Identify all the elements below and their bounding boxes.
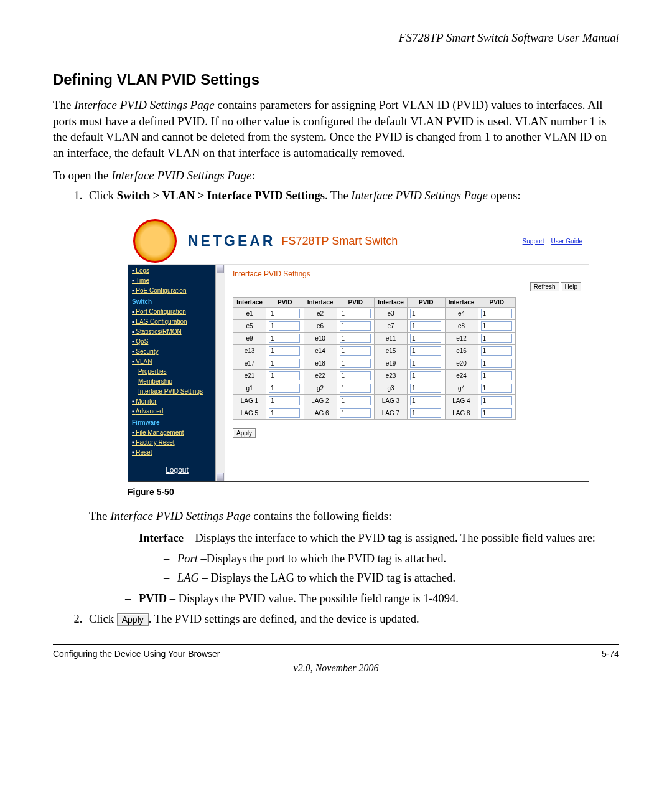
pvid-input[interactable]: [410, 408, 441, 418]
interface-cell: e5: [233, 320, 266, 333]
sidebar-item-properties[interactable]: Properties: [138, 367, 222, 377]
pvid-cell: [266, 345, 304, 357]
sidebar-item-stats[interactable]: Statistics/RMON: [132, 327, 222, 337]
pvid-input[interactable]: [269, 346, 300, 356]
pvid-input[interactable]: [269, 309, 300, 318]
field-interface: Interface – Displays the interface to wh…: [125, 531, 619, 586]
pvid-input[interactable]: [340, 346, 371, 356]
col-interface: Interface: [304, 298, 337, 308]
scroll-down-icon[interactable]: [217, 473, 224, 481]
pvid-input[interactable]: [481, 309, 512, 318]
pvid-input[interactable]: [340, 371, 371, 380]
pvid-input[interactable]: [340, 408, 371, 418]
sidebar-item-factory-reset[interactable]: Factory Reset: [132, 438, 222, 448]
col-interface: Interface: [233, 298, 266, 308]
pvid-input[interactable]: [481, 408, 512, 418]
pvid-input[interactable]: [269, 334, 300, 343]
interface-cell: e2: [304, 308, 337, 320]
support-link[interactable]: Support: [523, 238, 544, 245]
screenshot-header: NETGEAR FS728TP Smart Switch Support Use…: [128, 215, 589, 265]
step-1: Click Switch > VLAN > Interface PVID Set…: [85, 189, 619, 606]
interface-cell: e10: [304, 333, 337, 345]
pvid-input[interactable]: [340, 309, 371, 318]
pvid-input[interactable]: [481, 371, 512, 380]
pvid-input[interactable]: [481, 359, 512, 368]
interface-cell: e20: [445, 357, 478, 370]
sidebar-item-security[interactable]: Security: [132, 347, 222, 357]
interface-cell: e24: [445, 370, 478, 382]
interface-cell: g3: [375, 382, 408, 395]
scroll-up-icon[interactable]: [217, 265, 224, 273]
pvid-cell: [408, 357, 446, 370]
sidebar-item-file-mgmt[interactable]: File Management: [132, 428, 222, 438]
pvid-input[interactable]: [410, 346, 441, 356]
interface-cell: e21: [233, 370, 266, 382]
pvid-cell: [478, 357, 516, 370]
pvid-input[interactable]: [410, 359, 441, 368]
pvid-cell: [337, 345, 375, 357]
pvid-cell: [337, 333, 375, 345]
sidebar-item-reset[interactable]: Reset: [132, 448, 222, 458]
sidebar-logout[interactable]: Logout: [132, 465, 222, 475]
pvid-cell: [337, 382, 375, 395]
pvid-input[interactable]: [340, 396, 371, 405]
sidebar-item-membership[interactable]: Membership: [138, 377, 222, 387]
apply-inline-button: Apply: [117, 613, 149, 626]
pvid-cell: [478, 333, 516, 345]
pvid-cell: [266, 333, 304, 345]
pvid-input[interactable]: [481, 396, 512, 405]
pvid-input[interactable]: [481, 321, 512, 331]
refresh-button[interactable]: Refresh: [530, 282, 559, 291]
col-pvid: PVID: [266, 298, 304, 308]
col-pvid: PVID: [337, 298, 375, 308]
pvid-input[interactable]: [410, 309, 441, 318]
help-button[interactable]: Help: [561, 282, 581, 291]
sidebar-scrollbar[interactable]: [215, 265, 225, 481]
sidebar-item-time[interactable]: Time: [132, 276, 222, 286]
pvid-input[interactable]: [269, 359, 300, 368]
pvid-input[interactable]: [340, 359, 371, 368]
apply-button[interactable]: Apply: [233, 428, 256, 438]
pvid-input[interactable]: [269, 371, 300, 380]
pvid-input[interactable]: [481, 334, 512, 343]
interface-cell: e6: [304, 320, 337, 333]
sidebar-cat-firmware[interactable]: Firmware: [132, 418, 222, 428]
field-port: Port –Displays the port to which the PVI…: [164, 551, 619, 567]
sidebar-item-logs[interactable]: Logs: [132, 266, 222, 276]
footer-left: Configuring the Device Using Your Browse…: [53, 649, 220, 659]
pvid-input[interactable]: [340, 321, 371, 331]
pvid-input[interactable]: [269, 321, 300, 331]
pvid-input[interactable]: [410, 321, 441, 331]
pvid-input[interactable]: [481, 384, 512, 393]
sidebar-cat-switch[interactable]: Switch: [132, 297, 222, 307]
pvid-input[interactable]: [410, 334, 441, 343]
sidebar-item-poe[interactable]: PoE Configuration: [132, 286, 222, 296]
open-instruction: To open the Interface PVID Settings Page…: [53, 168, 619, 184]
pvid-input[interactable]: [269, 396, 300, 405]
interface-cell: e16: [445, 345, 478, 357]
pvid-input[interactable]: [269, 408, 300, 418]
pvid-input[interactable]: [410, 371, 441, 380]
interface-cell: e3: [375, 308, 408, 320]
sidebar-item-lag-config[interactable]: LAG Configuration: [132, 317, 222, 327]
sidebar-item-vlan[interactable]: VLAN: [132, 357, 222, 367]
sidebar-item-advanced[interactable]: Advanced: [132, 407, 222, 417]
pvid-input[interactable]: [410, 384, 441, 393]
sidebar-item-qos[interactable]: QoS: [132, 337, 222, 347]
field-pvid: PVID – Displays the PVID value. The poss…: [125, 591, 619, 606]
pvid-input[interactable]: [269, 384, 300, 393]
screenshot-main: Interface PVID Settings Refresh Help Int…: [225, 265, 589, 481]
pvid-input[interactable]: [340, 334, 371, 343]
pvid-cell: [478, 320, 516, 333]
sidebar-item-monitor[interactable]: Monitor: [132, 397, 222, 407]
pvid-cell: [266, 308, 304, 320]
pvid-cell: [408, 345, 446, 357]
interface-cell: e17: [233, 357, 266, 370]
sidebar-item-interface-pvid[interactable]: Interface PVID Settings: [138, 387, 222, 397]
pvid-input[interactable]: [481, 346, 512, 356]
pvid-input[interactable]: [410, 396, 441, 405]
sidebar-item-port-config[interactable]: Port Configuration: [132, 307, 222, 317]
fields-intro: The Interface PVID Settings Page contain…: [89, 508, 619, 524]
pvid-input[interactable]: [340, 384, 371, 393]
user-guide-link[interactable]: User Guide: [551, 238, 582, 245]
